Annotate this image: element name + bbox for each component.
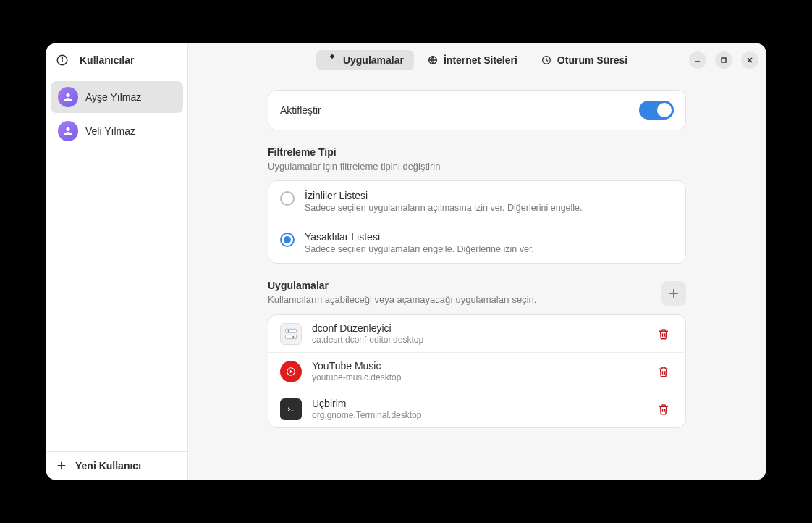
apps-section-header: Uygulamalar Kullanıcıların açabileceği v… xyxy=(268,280,686,306)
app-id: ca.desrt.dconf-editor.desktop xyxy=(312,335,643,345)
tab-websites[interactable]: İnternet Siteleri xyxy=(417,50,528,70)
user-name-label: Veli Yılmaz xyxy=(85,125,135,137)
svg-marker-21 xyxy=(290,369,293,373)
sidebar-user-1[interactable]: Veli Yılmaz xyxy=(51,115,183,147)
radio-desc: Sadece seçilen uygulamaları engelle. Diğ… xyxy=(305,244,534,254)
app-name: YouTube Music xyxy=(312,360,643,372)
filter-option-allowlist[interactable]: İzinliler Listesi Sadece seçilen uygulam… xyxy=(268,181,685,222)
minimize-button[interactable] xyxy=(689,51,706,69)
globe-icon xyxy=(427,54,439,66)
close-button[interactable] xyxy=(741,51,758,69)
app-id: youtube-music.desktop xyxy=(312,372,643,382)
app-row-terminal: Uçbirim org.gnome.Terminal.desktop xyxy=(268,390,685,427)
svg-point-2 xyxy=(62,58,63,59)
sidebar-user-0[interactable]: Ayşe Yılmaz xyxy=(51,81,183,113)
app-name: dconf Düzenleyici xyxy=(312,322,643,334)
app-info: YouTube Music youtube-music.desktop xyxy=(312,360,643,382)
topbar: Uygulamalar İnternet Siteleri Oturum Sür… xyxy=(188,43,766,77)
svg-point-16 xyxy=(288,330,289,331)
svg-rect-9 xyxy=(722,58,726,62)
radio-text: Yasaklılar Listesi Sadece seçilen uygula… xyxy=(305,231,534,254)
filter-subtitle: Uygulamalar için filtreleme tipini değiş… xyxy=(268,161,686,172)
dconf-app-icon xyxy=(280,323,302,345)
tab-label: Oturum Süresi xyxy=(557,54,627,66)
apps-subtitle: Kullanıcıların açabileceği veya açamayac… xyxy=(268,294,536,305)
delete-app-button[interactable] xyxy=(654,324,674,344)
svg-rect-15 xyxy=(286,335,297,338)
svg-rect-5 xyxy=(330,54,335,59)
svg-point-17 xyxy=(292,336,294,338)
tab-label: İnternet Siteleri xyxy=(444,54,517,66)
delete-app-button[interactable] xyxy=(654,361,674,382)
filter-options-card: İzinliler Listesi Sadece seçilen uygulam… xyxy=(268,180,686,264)
app-info: dconf Düzenleyici ca.desrt.dconf-editor.… xyxy=(312,322,643,345)
new-user-label: Yeni Kullanıcı xyxy=(75,460,141,472)
app-list: dconf Düzenleyici ca.desrt.dconf-editor.… xyxy=(268,314,686,428)
tab-bar: Uygulamalar İnternet Siteleri Oturum Sür… xyxy=(316,50,638,70)
sidebar-title: Kullanıcılar xyxy=(80,54,134,66)
add-app-button[interactable] xyxy=(661,281,686,306)
content-area: Aktifleştir Filtreleme Tipi Uygulamalar … xyxy=(188,77,766,480)
avatar-icon xyxy=(58,87,78,107)
activate-card: Aktifleştir xyxy=(268,90,686,130)
app-row-youtube: YouTube Music youtube-music.desktop xyxy=(268,352,685,390)
info-icon[interactable] xyxy=(55,53,69,67)
maximize-button[interactable] xyxy=(715,51,732,69)
main-panel: Uygulamalar İnternet Siteleri Oturum Sür… xyxy=(188,43,766,480)
window-controls xyxy=(689,51,758,69)
sidebar: Kullanıcılar Ayşe Yılmaz Veli Yılmaz Yen… xyxy=(46,43,188,480)
app-row-dconf: dconf Düzenleyici ca.desrt.dconf-editor.… xyxy=(268,315,685,352)
apps-header-text: Uygulamalar Kullanıcıların açabileceği v… xyxy=(268,280,536,305)
plus-icon xyxy=(55,459,68,472)
app-window: Kullanıcılar Ayşe Yılmaz Veli Yılmaz Yen… xyxy=(46,43,766,480)
avatar-icon xyxy=(58,121,78,141)
svg-rect-14 xyxy=(286,329,297,332)
radio-title: Yasaklılar Listesi xyxy=(305,231,534,243)
app-id: org.gnome.Terminal.desktop xyxy=(312,410,643,420)
tab-apps[interactable]: Uygulamalar xyxy=(316,50,414,70)
delete-app-button[interactable] xyxy=(654,399,674,419)
filter-section-header: Filtreleme Tipi Uygulamalar için filtrel… xyxy=(268,146,686,172)
app-name: Uçbirim xyxy=(312,398,643,409)
user-name-label: Ayşe Yılmaz xyxy=(85,91,141,103)
radio-icon xyxy=(280,233,295,247)
radio-title: İzinliler Listesi xyxy=(305,190,583,201)
sidebar-header: Kullanıcılar xyxy=(46,43,187,77)
new-user-button[interactable]: Yeni Kullanıcı xyxy=(46,451,187,480)
tab-label: Uygulamalar xyxy=(343,54,404,66)
clock-icon xyxy=(541,54,552,66)
apps-title: Uygulamalar xyxy=(268,280,536,291)
tab-session-time[interactable]: Oturum Süresi xyxy=(530,50,638,70)
svg-rect-24 xyxy=(286,405,296,414)
activate-toggle[interactable] xyxy=(639,101,674,120)
radio-icon xyxy=(280,191,295,206)
user-list: Ayşe Yılmaz Veli Yılmaz xyxy=(46,77,187,451)
youtube-app-icon xyxy=(280,361,302,382)
activate-label: Aktifleştir xyxy=(280,104,321,116)
apps-icon xyxy=(326,54,338,66)
terminal-app-icon xyxy=(280,398,302,420)
radio-desc: Sadece seçilen uygulamaların açılmasına … xyxy=(305,203,583,213)
app-info: Uçbirim org.gnome.Terminal.desktop xyxy=(312,398,643,420)
filter-title: Filtreleme Tipi xyxy=(268,146,686,158)
radio-text: İzinliler Listesi Sadece seçilen uygulam… xyxy=(305,190,583,213)
filter-option-blocklist[interactable]: Yasaklılar Listesi Sadece seçilen uygula… xyxy=(268,222,685,263)
